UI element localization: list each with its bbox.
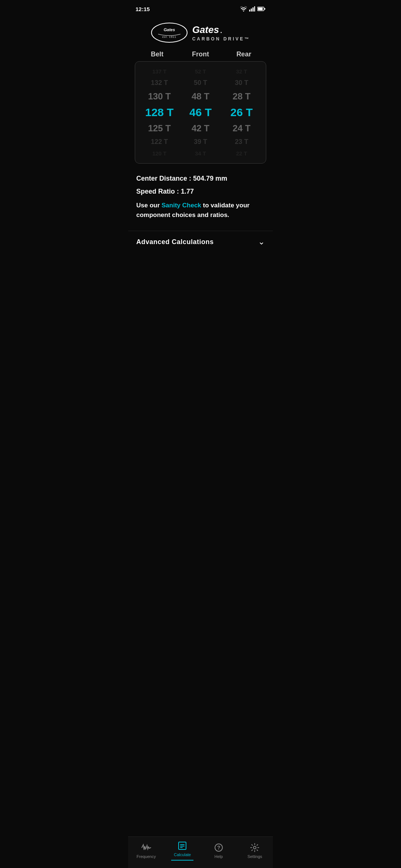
belt-header: Belt — [136, 50, 179, 58]
speed-ratio: Speed Ratio : 1.77 — [136, 188, 265, 195]
picker-row[interactable]: 128 T46 T26 T — [135, 104, 266, 121]
picker-row[interactable]: 132 T50 T30 T — [135, 77, 266, 89]
sanity-check-link[interactable]: Sanity Check — [162, 202, 201, 209]
picker-cell-belt: 122 T — [139, 138, 180, 146]
picker-cell-rear: 32 T — [221, 68, 262, 75]
picker-cell-front: 46 T — [180, 106, 221, 119]
picker-cell-front: 42 T — [180, 123, 221, 134]
advanced-label: Advanced Calculations — [136, 238, 214, 246]
picker-cell-front: 48 T — [180, 91, 221, 102]
sanity-text[interactable]: Use our Sanity Check to validate your co… — [136, 201, 265, 220]
picker-cell-rear: 22 T — [221, 150, 262, 157]
status-bar: 12:15 — [128, 0, 273, 16]
picker-row[interactable]: 130 T48 T28 T — [135, 89, 266, 104]
status-time: 12:15 — [136, 6, 150, 12]
center-distance: Center Distance : 504.79 mm — [136, 175, 265, 183]
picker-cell-front: 34 T — [180, 150, 221, 157]
picker-cell-front: 39 T — [180, 138, 221, 146]
picker-cell-front: 52 T — [180, 68, 221, 75]
signal-icon — [249, 6, 255, 11]
picker-row[interactable]: 137 T52 T32 T — [135, 66, 266, 77]
logo-area: Gates est. 1911 Gates . CARBON DRIVE™ — [128, 16, 273, 50]
picker-rows[interactable]: 137 T52 T32 T132 T50 T30 T130 T48 T28 T1… — [135, 66, 266, 159]
picker-cell-rear: 30 T — [221, 79, 262, 87]
picker-cell-belt: 130 T — [139, 91, 180, 102]
picker-row[interactable]: 120 T34 T22 T — [135, 148, 266, 159]
picker-container[interactable]: 137 T52 T32 T132 T50 T30 T130 T48 T28 T1… — [135, 61, 266, 164]
picker-cell-rear: 26 T — [221, 106, 262, 119]
picker-cell-rear: 23 T — [221, 138, 262, 146]
svg-rect-2 — [252, 7, 254, 11]
svg-point-7 — [151, 23, 187, 42]
info-section: Center Distance : 504.79 mm Speed Ratio … — [128, 171, 273, 231]
column-headers: Belt Front Rear — [128, 50, 273, 61]
logo-container: Gates est. 1911 Gates . CARBON DRIVE™ — [151, 22, 251, 43]
carbon-drive-label: CARBON DRIVE™ — [192, 36, 251, 42]
picker-cell-belt: 125 T — [139, 123, 180, 134]
front-header: Front — [179, 50, 222, 58]
picker-cell-belt: 120 T — [139, 150, 180, 157]
status-icons — [240, 6, 265, 11]
picker-cell-rear: 24 T — [221, 123, 262, 134]
svg-rect-6 — [264, 8, 265, 10]
picker-cell-belt: 132 T — [139, 79, 180, 87]
svg-text:est. 1911: est. 1911 — [162, 36, 176, 38]
wifi-icon — [240, 6, 247, 11]
chevron-down-icon: ⌄ — [258, 237, 265, 247]
logo-text: Gates . CARBON DRIVE™ — [192, 24, 251, 42]
sanity-text-before: Use our — [136, 202, 162, 209]
svg-rect-0 — [249, 10, 250, 11]
advanced-calculations-row[interactable]: Advanced Calculations ⌄ — [128, 231, 273, 253]
picker-cell-belt: 137 T — [139, 68, 180, 75]
gates-oval-logo: Gates est. 1911 — [151, 22, 188, 43]
svg-rect-1 — [251, 9, 252, 11]
svg-rect-3 — [254, 6, 255, 11]
picker-cell-front: 50 T — [180, 79, 221, 87]
picker-cell-belt: 128 T — [139, 106, 180, 119]
battery-icon — [257, 7, 265, 11]
svg-rect-5 — [258, 8, 263, 10]
svg-text:Gates: Gates — [163, 27, 175, 32]
picker-cell-rear: 28 T — [221, 91, 262, 102]
picker-row[interactable]: 122 T39 T23 T — [135, 136, 266, 148]
picker-row[interactable]: 125 T42 T24 T — [135, 121, 266, 136]
rear-header: Rear — [222, 50, 265, 58]
